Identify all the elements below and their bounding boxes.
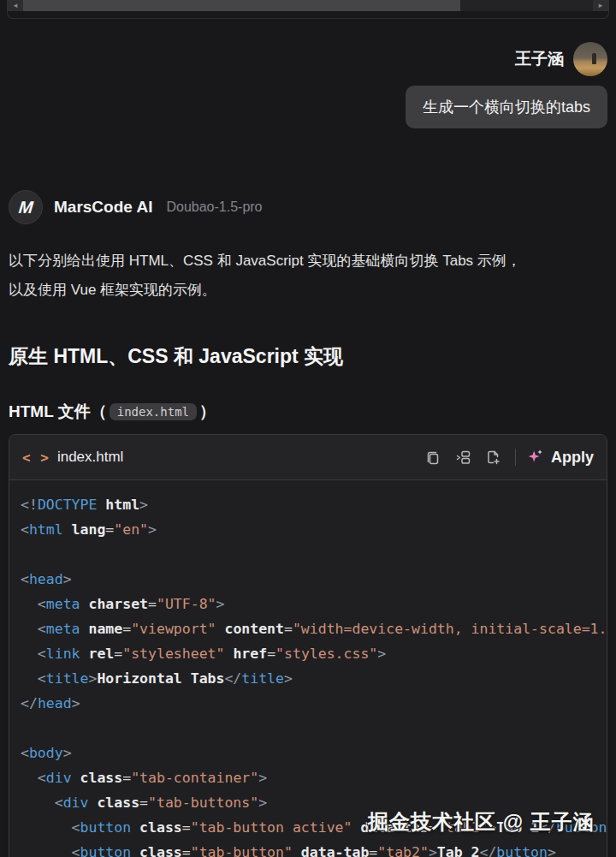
copy-icon — [424, 449, 441, 466]
user-message-row: 生成一个横向切换的tabs — [9, 86, 607, 128]
user-name: 王子涵 — [515, 48, 564, 70]
user-message-bubble: 生成一个横向切换的tabs — [406, 86, 607, 128]
assistant-model-badge: Doubao-1.5-pro — [166, 199, 262, 215]
insert-into-code-icon — [454, 449, 471, 466]
code-filename: index.html — [57, 449, 123, 466]
chat-column: 王子涵 生成一个横向切换的tabs M MarsCode AI Doubao-1… — [0, 42, 616, 857]
code-line: <body> — [21, 741, 607, 765]
code-line — [21, 542, 607, 567]
sub-heading: HTML 文件（ index.html ） — [9, 401, 607, 423]
insert-into-code-button[interactable] — [453, 448, 472, 467]
code-line: <button class="tab-button active" data-t… — [21, 815, 607, 840]
code-line: <meta charset="UTF-8"> — [21, 592, 607, 616]
code-line: <meta name="viewport" content="width=dev… — [21, 616, 607, 641]
section-heading: 原生 HTML、CSS 和 JavaScript 实现 — [9, 343, 607, 370]
new-file-icon — [484, 449, 501, 466]
code-line: <link rel="stylesheet" href="styles.css"… — [21, 641, 607, 666]
sub-heading-suffix: ） — [199, 401, 216, 423]
new-file-button[interactable] — [483, 448, 502, 467]
code-content: <!DOCTYPE html><html lang="en"> <head> <… — [9, 480, 607, 857]
user-message-header: 王子涵 — [9, 42, 607, 76]
apply-label: Apply — [551, 449, 594, 467]
scroll-left-button[interactable]: ◂ — [8, 0, 23, 11]
code-line: <head> — [21, 567, 607, 592]
scrollbar-thumb[interactable] — [23, 0, 460, 11]
html-lang-icon: < > — [22, 449, 50, 466]
marscode-logo-icon: M — [9, 190, 43, 224]
code-line: <button class="tab-button" data-tab="tab… — [21, 840, 607, 857]
scrollbar-track[interactable] — [460, 0, 593, 11]
inline-code-chip: index.html — [110, 403, 197, 420]
horizontal-scrollbar[interactable]: ◂ ▸ — [8, 0, 608, 11]
code-line — [21, 716, 607, 741]
toolbar-divider — [515, 449, 516, 466]
apply-button[interactable]: Apply — [526, 448, 594, 467]
code-block-header: < > index.html — [9, 435, 607, 480]
sub-heading-prefix: HTML 文件（ — [9, 401, 107, 423]
code-line: <title>Horizontal Tabs</title> — [21, 666, 607, 691]
user-avatar — [573, 42, 607, 76]
code-line: <!DOCTYPE html> — [21, 492, 607, 517]
copy-button[interactable] — [424, 448, 442, 467]
assistant-message-header: M MarsCode AI Doubao-1.5-pro — [9, 190, 607, 224]
code-line: <div class="tab-container"> — [21, 765, 607, 790]
code-block: < > index.html — [9, 434, 607, 857]
apply-sparkle-icon — [526, 448, 545, 467]
intro-paragraph: 以下分别给出使用 HTML、CSS 和 JavaScript 实现的基础横向切换… — [9, 247, 607, 305]
code-line: </head> — [21, 691, 607, 716]
top-panel-edge: ◂ ▸ — [7, 0, 609, 19]
intro-line: 以及使用 Vue 框架实现的示例。 — [9, 276, 607, 305]
code-line: <div class="tab-buttons"> — [21, 790, 607, 815]
intro-line: 以下分别给出使用 HTML、CSS 和 JavaScript 实现的基础横向切换… — [9, 247, 607, 276]
scroll-right-button[interactable]: ▸ — [593, 0, 608, 11]
assistant-name: MarsCode AI — [54, 198, 152, 217]
code-line: <html lang="en"> — [21, 517, 607, 542]
